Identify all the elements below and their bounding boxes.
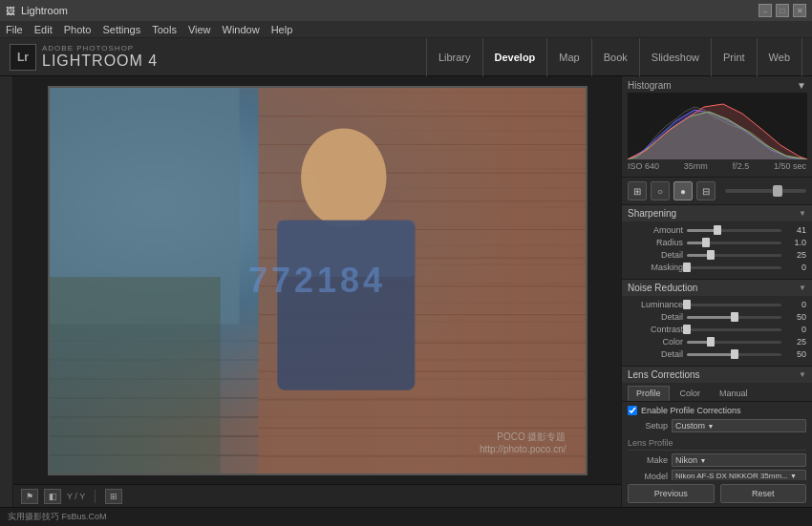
- noise-reduction-arrow: ▼: [799, 284, 806, 292]
- histogram-svg: [628, 93, 807, 159]
- sharpening-radius-track[interactable]: [687, 242, 781, 244]
- crop-tool[interactable]: ⊞: [628, 181, 647, 200]
- noise-reduction-section: Noise Reduction ▼ Luminance 0 Detail: [622, 280, 812, 367]
- histogram-canvas: [628, 93, 807, 159]
- toolbar-sep: [95, 490, 96, 503]
- sharpening-header[interactable]: Sharpening ▼: [622, 205, 812, 221]
- previous-button[interactable]: Previous: [628, 484, 715, 503]
- nr-color-label: Color: [628, 337, 683, 347]
- tool-slider[interactable]: [725, 189, 806, 193]
- histogram-arrow[interactable]: ▼: [797, 80, 806, 91]
- photo-toolbar: ⚑ ◧ Y / Y ⊞: [13, 484, 621, 507]
- module-print[interactable]: Print: [712, 38, 758, 76]
- nr-color-row: Color 25: [628, 337, 806, 347]
- photo-area: 772184 POCO 摄影专题 http://photo.poco.cn/ ⚑…: [13, 76, 621, 507]
- lens-tab-manual[interactable]: Manual: [711, 386, 757, 401]
- lens-tab-profile[interactable]: Profile: [628, 386, 670, 401]
- sharpening-amount-row: Amount 41: [628, 225, 806, 235]
- menu-tools[interactable]: Tools: [152, 24, 177, 35]
- sharpening-content: Amount 41 Radius 1.: [622, 221, 812, 279]
- sharpening-masking-track[interactable]: [687, 266, 781, 269]
- menu-help[interactable]: Help: [271, 24, 293, 35]
- lens-corrections-header[interactable]: Lens Corrections ▼: [622, 367, 812, 383]
- photo-container: 772184 POCO 摄影专题 http://photo.poco.cn/: [13, 76, 621, 484]
- nr-contrast-thumb: [683, 325, 691, 334]
- minimize-button[interactable]: –: [759, 4, 772, 17]
- module-map[interactable]: Map: [547, 38, 591, 76]
- sharpening-detail-thumb: [707, 250, 715, 260]
- grid-button[interactable]: ⊞: [105, 489, 122, 504]
- model-label: Model: [628, 472, 668, 481]
- module-library[interactable]: Library: [426, 38, 483, 76]
- noise-reduction-header[interactable]: Noise Reduction ▼: [622, 280, 812, 296]
- focal-stat: 35mm: [684, 161, 708, 171]
- nr-color-detail-label: Detail: [628, 349, 683, 359]
- lens-tab-color[interactable]: Color: [672, 386, 710, 401]
- spot-tool[interactable]: ○: [651, 181, 670, 200]
- sharpening-detail-label: Detail: [628, 250, 683, 260]
- menubar: File Edit Photo Settings Tools View Wind…: [0, 21, 812, 38]
- menu-window[interactable]: Window: [223, 24, 260, 35]
- model-value[interactable]: Nikon AF-S DX NIKKOR 35mm... ▼: [672, 470, 806, 480]
- watermark-line2: http://photo.poco.cn/: [480, 444, 566, 454]
- sharpening-arrow: ▼: [799, 209, 806, 218]
- module-slideshow[interactable]: Slideshow: [640, 38, 712, 76]
- close-button[interactable]: ✕: [793, 4, 806, 17]
- menu-photo[interactable]: Photo: [64, 24, 92, 35]
- histogram-title: Histogram: [628, 80, 672, 91]
- compare-button[interactable]: ◧: [44, 489, 61, 504]
- module-book[interactable]: Book: [592, 38, 640, 76]
- nr-color-detail-track[interactable]: [687, 353, 781, 356]
- shutter-stat: 1/50 sec: [774, 161, 806, 171]
- nr-color-value: 25: [785, 337, 806, 347]
- nr-contrast-label: Contrast: [628, 325, 683, 334]
- nr-color-detail-value: 50: [785, 349, 806, 359]
- lens-corrections-arrow: ▼: [799, 370, 806, 379]
- reset-button[interactable]: Reset: [720, 484, 807, 503]
- setup-value[interactable]: Custom ▼: [672, 419, 806, 432]
- gradient-tool[interactable]: ⊟: [696, 181, 716, 200]
- lr-badge: Lr: [10, 44, 36, 71]
- redeye-tool[interactable]: ●: [673, 181, 693, 200]
- nr-detail-value: 50: [785, 312, 806, 322]
- lens-corrections-section: Lens Corrections ▼ Profile Color Manual …: [622, 367, 812, 480]
- nr-color-detail-thumb: [731, 349, 738, 359]
- nr-color-track[interactable]: [687, 341, 781, 344]
- logo-text: ADOBE PHOTOSHOP LIGHTROOM 4: [42, 44, 158, 70]
- sharpening-amount-label: Amount: [628, 225, 683, 235]
- photo-svg: [50, 88, 586, 473]
- sharpening-radius-value: 1.0: [785, 238, 806, 247]
- sharpening-radius-label: Radius: [628, 238, 683, 247]
- menu-settings[interactable]: Settings: [102, 24, 140, 35]
- sharpening-title: Sharpening: [628, 208, 676, 219]
- photo-watermark: POCO 摄影专题 http://photo.poco.cn/: [480, 431, 566, 454]
- sharpening-amount-track[interactable]: [687, 229, 781, 232]
- menu-file[interactable]: File: [6, 24, 23, 35]
- nr-luminance-track[interactable]: [687, 304, 781, 306]
- titlebar: 🖼 Lightroom – □ ✕: [0, 0, 812, 21]
- enable-profile-checkbox[interactable]: [628, 406, 637, 415]
- setup-row: Setup Custom ▼: [628, 419, 806, 432]
- nr-color-detail-row: Detail 50: [628, 349, 806, 359]
- watermark-line1: POCO 摄影专题: [480, 431, 566, 444]
- sharpening-detail-row: Detail 25: [628, 250, 806, 260]
- lens-tabs: Profile Color Manual: [622, 383, 812, 402]
- menu-view[interactable]: View: [188, 24, 211, 35]
- module-develop[interactable]: Develop: [483, 38, 548, 76]
- nr-contrast-track[interactable]: [687, 328, 781, 331]
- app-title: LIGHTROOM 4: [42, 53, 158, 70]
- make-value[interactable]: Nikon ▼: [672, 453, 806, 467]
- sharpening-detail-track[interactable]: [687, 254, 781, 257]
- sharpening-radius-thumb: [702, 238, 710, 247]
- menu-edit[interactable]: Edit: [34, 24, 53, 35]
- flag-button[interactable]: ⚑: [21, 489, 38, 504]
- module-web[interactable]: Web: [758, 38, 802, 76]
- toolbar-ratio: Y / Y: [67, 492, 85, 501]
- maximize-button[interactable]: □: [776, 4, 789, 17]
- right-panel: Histogram ▼: [621, 76, 812, 507]
- right-panel-scroll[interactable]: Sharpening ▼ Amount 41 Ra: [622, 205, 812, 480]
- model-row: Model Nikon AF-S DX NIKKOR 35mm... ▼: [628, 470, 806, 480]
- enable-profile-label: Enable Profile Corrections: [641, 406, 741, 415]
- nr-detail-track[interactable]: [687, 316, 781, 319]
- svg-rect-1: [50, 277, 221, 473]
